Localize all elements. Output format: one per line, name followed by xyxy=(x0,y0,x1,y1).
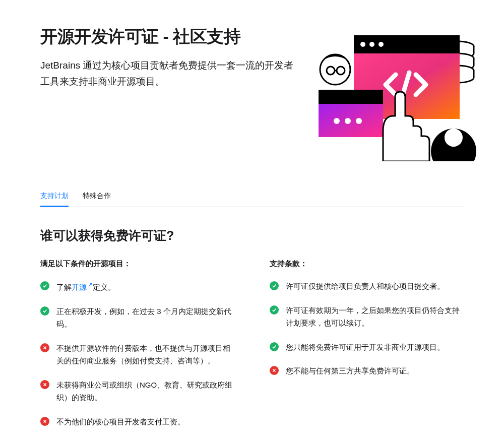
list-item: 了解开源↗定义。 xyxy=(40,280,234,294)
list-item: 许可证有效期为一年，之后如果您的项目仍符合支持计划要求，也可以续订。 xyxy=(270,304,464,330)
cross-icon xyxy=(40,343,49,352)
check-icon xyxy=(40,281,49,290)
svg-point-6 xyxy=(379,42,384,47)
list-item-text: 正在积极开发，例如，在过去 3 个月内定期提交新代码。 xyxy=(56,305,234,331)
list-item-text: 未获得商业公司或组织（NGO、教育、研究或政府组织）的资助。 xyxy=(56,379,234,404)
tab-support-plan[interactable]: 支持计划 xyxy=(40,192,69,207)
hero-illustration xyxy=(297,20,479,161)
list-item-text: 您不能与任何第三方共享免费许可证。 xyxy=(286,364,464,378)
list-item: 许可证仅提供给项目负责人和核心项目提交者。 xyxy=(270,280,464,293)
cross-icon xyxy=(270,366,279,375)
list-item: 正在积极开发，例如，在过去 3 个月内定期提交新代码。 xyxy=(40,305,234,331)
list-item: 您不能与任何第三方共享免费许可证。 xyxy=(270,364,464,378)
check-icon xyxy=(270,281,279,290)
list-item-text: 了解开源↗定义。 xyxy=(56,280,234,294)
svg-point-17 xyxy=(356,118,362,124)
tabs-bar: 支持计划 特殊合作 xyxy=(40,192,464,207)
svg-point-15 xyxy=(334,118,340,124)
check-icon xyxy=(270,342,279,351)
check-icon xyxy=(40,306,49,316)
list-item-text: 您只能将免费许可证用于开发非商业开源项目。 xyxy=(286,341,464,354)
cross-icon xyxy=(40,380,49,389)
open-source-link[interactable]: 开源↗ xyxy=(72,283,93,291)
svg-point-5 xyxy=(369,42,374,47)
svg-rect-14 xyxy=(319,104,383,137)
right-column-heading: 支持条款： xyxy=(270,259,464,269)
page-title: 开源开发许可证 - 社区支持 xyxy=(40,25,297,47)
list-item-text: 不为他们的核心项目开发者支付工资。 xyxy=(56,415,234,428)
list-item: 您只能将免费许可证用于开发非商业开源项目。 xyxy=(270,341,464,354)
page-subtitle: JetBrains 通过为核心项目贡献者免费提供一套一流的开发者工具来支持非商业… xyxy=(40,57,297,90)
check-icon xyxy=(270,305,279,315)
left-column-heading: 满足以下条件的开源项目： xyxy=(40,259,234,269)
list-item-text: 许可证有效期为一年，之后如果您的项目仍符合支持计划要求，也可以续订。 xyxy=(286,304,464,330)
svg-point-4 xyxy=(360,42,365,47)
external-link-icon: ↗ xyxy=(88,281,93,288)
list-item: 不提供开源软件的付费版本，也不提供与开源项目相关的任何商业服务（例如付费支持、咨… xyxy=(40,342,234,367)
list-item-text: 许可证仅提供给项目负责人和核心项目提交者。 xyxy=(286,280,464,293)
list-item: 不为他们的核心项目开发者支付工资。 xyxy=(40,415,234,428)
list-item-text: 不提供开源软件的付费版本，也不提供与开源项目相关的任何商业服务（例如付费支持、咨… xyxy=(56,342,234,367)
cross-icon xyxy=(40,417,49,426)
svg-rect-13 xyxy=(319,90,383,104)
svg-point-16 xyxy=(345,118,351,124)
list-item: 未获得商业公司或组织（NGO、教育、研究或政府组织）的资助。 xyxy=(40,379,234,404)
tab-special-cooperation[interactable]: 特殊合作 xyxy=(83,192,111,207)
section-heading: 谁可以获得免费许可证? xyxy=(40,227,464,244)
